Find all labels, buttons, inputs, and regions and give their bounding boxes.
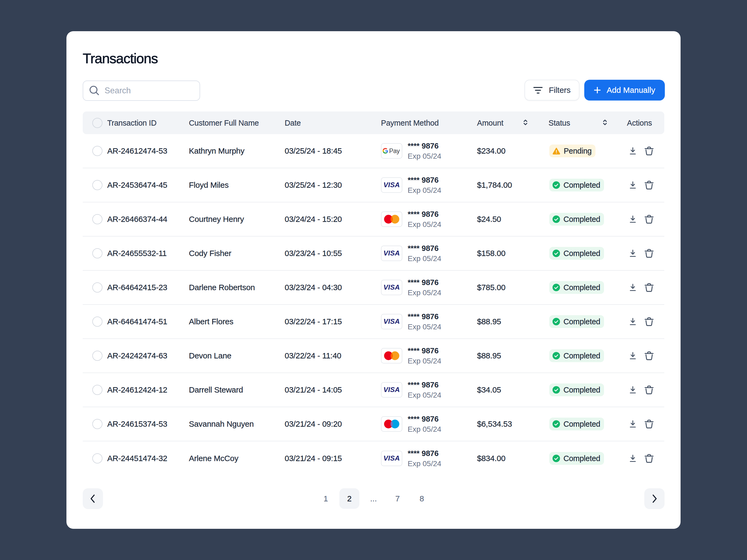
svg-text:Pay: Pay [389,148,400,154]
svg-text:VISA: VISA [383,250,400,256]
svg-text:VISA: VISA [383,455,400,461]
svg-text:VISA: VISA [383,182,400,188]
svg-text:VISA: VISA [383,387,400,393]
svg-text:VISA: VISA [383,285,400,290]
svg-text:VISA: VISA [383,319,400,324]
